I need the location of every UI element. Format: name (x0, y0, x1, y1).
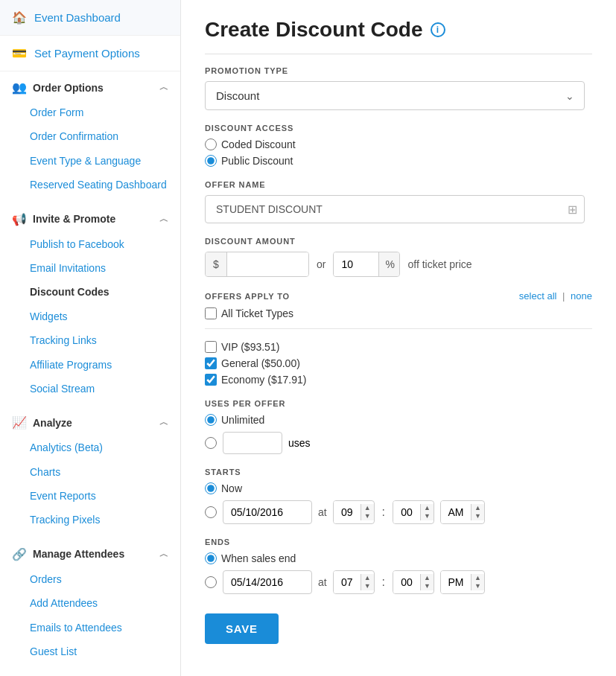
ends-ampm-down[interactable]: ▼ (471, 582, 484, 590)
sidebar-item-widgets[interactable]: Widgets (0, 304, 180, 328)
starts-date-input[interactable] (223, 500, 312, 524)
chevron-up-icon-3: ︿ (159, 416, 168, 429)
ends-section: ENDS When sales end at ▲ ▼ : ▲ ▼ (205, 538, 592, 594)
ends-ampm-input[interactable] (441, 571, 471, 593)
sidebar-item-analytics-beta[interactable]: Analytics (Beta) (0, 436, 180, 459)
offers-apply-header: OFFERS APPLY TO select all | none (205, 290, 592, 302)
starts-hour-up[interactable]: ▲ (361, 504, 374, 512)
starts-hour-down[interactable]: ▼ (361, 512, 374, 520)
ends-datetime-row: at ▲ ▼ : ▲ ▼ ▲ ▼ (205, 570, 592, 594)
sidebar-section-invite-promote[interactable]: 📢 Invite & Promote ︿ (0, 203, 180, 232)
public-discount-radio[interactable] (205, 155, 217, 167)
sidebar-item-event-type-language[interactable]: Event Type & Language (0, 149, 180, 173)
select-none-link[interactable]: none (571, 290, 592, 302)
ends-minute-down[interactable]: ▼ (421, 582, 434, 590)
starts-minute-up[interactable]: ▲ (421, 504, 434, 512)
sidebar-item-affiliate-programs[interactable]: Affiliate Programs (0, 353, 180, 377)
sidebar-item-event-reports[interactable]: Event Reports (0, 484, 180, 508)
starts-custom-radio[interactable] (205, 506, 217, 518)
attendees-icon: 🔗 (12, 547, 27, 561)
ends-hour-up[interactable]: ▲ (361, 574, 374, 582)
promotion-type-select[interactable]: Discount Access Code Comp (205, 81, 585, 110)
ends-when-sales-end-option[interactable]: When sales end (205, 552, 592, 564)
sidebar-item-reserved-seating[interactable]: Reserved Seating Dashboard (0, 173, 180, 197)
starts-ampm-arrows: ▲ ▼ (471, 504, 484, 520)
starts-hour-input[interactable] (334, 501, 361, 523)
sidebar-item-emails-to-attendees[interactable]: Emails to Attendees (0, 616, 180, 640)
starts-now-radio[interactable] (205, 482, 217, 494)
starts-ampm-input[interactable] (441, 501, 471, 523)
sidebar-item-social-stream[interactable]: Social Stream (0, 377, 180, 401)
home-icon: 🏠 (12, 10, 27, 25)
percent-amount-input[interactable] (334, 252, 378, 276)
discount-amount-row: $ or % off ticket price (205, 252, 592, 277)
uses-row: uses (205, 432, 592, 454)
starts-minute-input[interactable] (393, 501, 420, 523)
main-content: Create Discount Code i PROMOTION TYPE Di… (181, 0, 616, 676)
pipe-separator: | (562, 290, 565, 302)
general-ticket-option[interactable]: General ($50.00) (205, 357, 592, 369)
sidebar-item-order-confirmation[interactable]: Order Confirmation (0, 124, 180, 148)
sidebar: 🏠 Event Dashboard 💳 Set Payment Options … (0, 0, 181, 676)
starts-minute-down[interactable]: ▼ (421, 512, 434, 520)
offer-name-label: OFFER NAME (205, 180, 592, 189)
uses-per-offer-section: USES PER OFFER Unlimited uses (205, 399, 592, 454)
economy-ticket-option[interactable]: Economy ($17.91) (205, 374, 592, 386)
vip-ticket-option[interactable]: VIP ($93.51) (205, 341, 592, 353)
starts-ampm-down[interactable]: ▼ (471, 512, 484, 520)
sidebar-item-tracking-pixels[interactable]: Tracking Pixels (0, 508, 180, 532)
ends-custom-radio[interactable] (205, 576, 217, 588)
offer-name-wrapper: ⊞ (205, 195, 585, 223)
ends-when-sales-end-radio[interactable] (205, 552, 217, 564)
ends-minute-input[interactable] (393, 571, 420, 593)
vip-checkbox[interactable] (205, 341, 217, 353)
discount-access-section: DISCOUNT ACCESS Coded Discount Public Di… (205, 124, 592, 167)
unlimited-option[interactable]: Unlimited (205, 414, 592, 426)
dollar-amount-input[interactable] (227, 252, 308, 276)
sidebar-item-event-dashboard[interactable]: 🏠 Event Dashboard (0, 0, 180, 36)
ends-hour-down[interactable]: ▼ (361, 582, 374, 590)
ends-minute-up[interactable]: ▲ (421, 574, 434, 582)
all-ticket-types-option[interactable]: All Ticket Types (205, 307, 592, 319)
save-button[interactable]: SAVE (205, 613, 279, 644)
sidebar-item-add-attendees[interactable]: Add Attendees (0, 591, 180, 615)
public-discount-option[interactable]: Public Discount (205, 155, 592, 167)
starts-ampm-up[interactable]: ▲ (471, 504, 484, 512)
ends-ampm-up[interactable]: ▲ (471, 574, 484, 582)
sidebar-section-manage-attendees[interactable]: 🔗 Manage Attendees ︿ (0, 538, 180, 567)
unlimited-radio[interactable] (205, 414, 217, 426)
sidebar-item-set-payment-options[interactable]: 💳 Set Payment Options (0, 36, 180, 71)
all-ticket-types-checkbox[interactable] (205, 307, 217, 319)
starts-at-text: at (318, 506, 327, 518)
coded-discount-radio[interactable] (205, 138, 217, 150)
economy-checkbox[interactable] (205, 374, 217, 386)
sidebar-item-tracking-links[interactable]: Tracking Links (0, 328, 180, 352)
sidebar-item-order-form[interactable]: Order Form (0, 101, 180, 124)
general-checkbox[interactable] (205, 357, 217, 369)
custom-uses-radio[interactable] (205, 437, 217, 449)
sidebar-item-email-invitations[interactable]: Email Invitations (0, 256, 180, 280)
offers-apply-label: OFFERS APPLY TO (205, 292, 290, 301)
ends-hour-spinner: ▲ ▼ (333, 570, 375, 594)
ends-hour-input[interactable] (334, 571, 361, 593)
sidebar-item-charts[interactable]: Charts (0, 460, 180, 484)
offers-apply-to-section: OFFERS APPLY TO select all | none All Ti… (205, 290, 592, 386)
coded-discount-option[interactable]: Coded Discount (205, 138, 592, 150)
sidebar-links-invite-promote: Publish to Facebook Email Invitations Di… (0, 232, 180, 407)
ends-minute-arrows: ▲ ▼ (420, 574, 434, 590)
sidebar-item-orders[interactable]: Orders (0, 567, 180, 591)
sidebar-item-discount-codes[interactable]: Discount Codes (0, 280, 180, 304)
offer-name-input[interactable] (205, 195, 585, 223)
custom-uses-input[interactable] (223, 432, 282, 454)
sidebar-item-publish-facebook[interactable]: Publish to Facebook (0, 232, 180, 256)
starts-ampm-spinner: ▲ ▼ (440, 500, 485, 524)
sidebar-section-order-options[interactable]: 👥 Order Options ︿ (0, 71, 180, 101)
sidebar-section-analyze[interactable]: 📈 Analyze ︿ (0, 406, 180, 436)
copy-icon[interactable]: ⊞ (568, 203, 577, 217)
info-icon[interactable]: i (431, 22, 445, 37)
offer-name-section: OFFER NAME ⊞ (205, 180, 592, 223)
sidebar-item-guest-list[interactable]: Guest List (0, 640, 180, 663)
select-all-link[interactable]: select all (519, 290, 557, 302)
starts-now-option[interactable]: Now (205, 482, 592, 494)
ends-date-input[interactable] (223, 570, 312, 594)
